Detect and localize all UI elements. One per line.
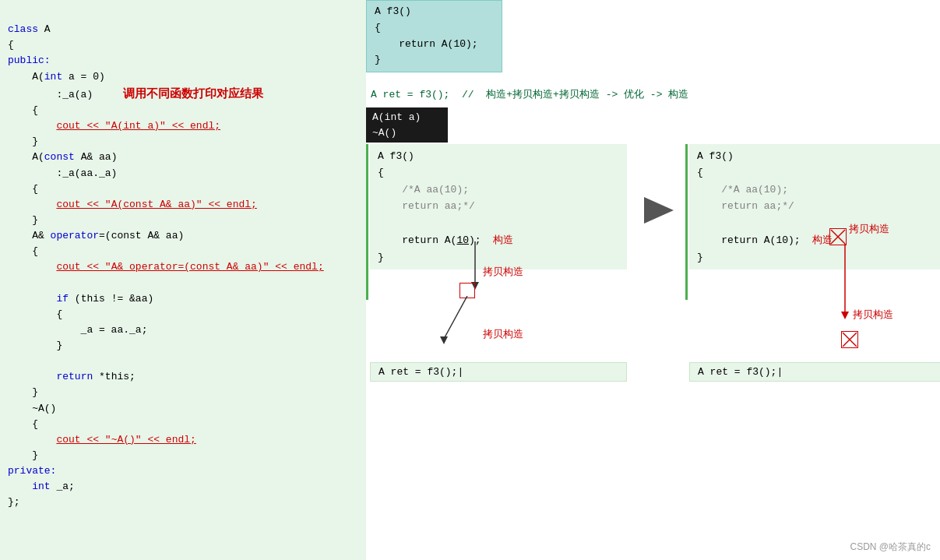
main-container: class A { public: A(int a = 0) :_a(a) 调用… — [0, 0, 940, 560]
rl1: A f3() — [697, 150, 734, 162]
svg-marker-4 — [644, 197, 674, 224]
ll6: } — [378, 252, 384, 263]
right-panel: A f3() { return A(10); } A ret = f3(); /… — [366, 0, 940, 560]
svg-marker-8 — [841, 312, 849, 319]
bottom-code-left: A ret = f3();| — [370, 362, 627, 382]
rl4: return aa;*/ — [697, 200, 794, 212]
bottom-code-right: A ret = f3();| — [689, 362, 940, 382]
terminal-box: A(int a) ~A() — [366, 107, 448, 143]
rl5: return A(10); — [697, 234, 801, 246]
kaobei2-left: 拷贝构造 — [483, 327, 523, 341]
private-keyword: private: — [8, 465, 56, 477]
left-panel: class A { public: A(int a = 0) :_a(a) 调用… — [0, 0, 366, 560]
x-mark-right — [829, 228, 847, 245]
aret-line: A ret = f3(); // 构造+拷贝构造+拷贝构造 -> 优化 -> 构… — [366, 86, 940, 103]
f3-box-line4: } — [375, 54, 381, 65]
kaobei2-right: 拷贝构造 — [853, 308, 893, 322]
f3-box-top: A f3() { return A(10); } — [366, 0, 502, 72]
f3-box-line1: A f3() — [375, 5, 411, 17]
terminal-line2: ~A() — [372, 125, 442, 141]
ll3: /*A aa(10); — [378, 184, 469, 195]
f3-box-line3: return A(10); — [375, 38, 478, 50]
cout-line-3: cout << "A& operator=(const A& aa)" << e… — [56, 261, 323, 273]
x-mark-right2 — [841, 331, 858, 348]
ll2: { — [378, 167, 384, 178]
diagram-left: A f3() { /*A aa(10); return aa;*/ return… — [366, 144, 643, 269]
annotation-label: 调用不同函数打印对应结果 — [123, 87, 263, 100]
class-keyword: class — [8, 23, 38, 35]
cout-line-2: cout << "A(const A& aa)" << endl; — [56, 199, 256, 210]
ll1: A f3() — [378, 150, 414, 162]
svg-marker-3 — [440, 336, 448, 344]
terminal-line1: A(int a) — [372, 110, 442, 125]
rl6: } — [697, 252, 703, 263]
left-bar — [366, 144, 368, 300]
watermark: CSDN @哈茶真的c — [850, 541, 931, 554]
arrow-between — [643, 191, 678, 230]
diagram-area: A f3() { /*A aa(10); return aa;*/ return… — [366, 144, 940, 560]
ll4: return aa;*/ — [378, 200, 475, 212]
public-keyword: public: — [8, 55, 51, 66]
rl3: /*A aa(10); — [697, 184, 788, 195]
diagram-right: A f3() { /*A aa(10); return aa;*/ return… — [685, 144, 940, 269]
kaobei1-right: 拷贝构造 — [849, 222, 889, 236]
arrow-svg-right1 — [841, 244, 903, 337]
rl2: { — [697, 167, 703, 178]
cout-line-4: cout << "~A()" << endl; — [56, 434, 195, 446]
kaobei1-left: 拷贝构造 — [483, 265, 523, 279]
ll5: return A(10); — [378, 234, 481, 246]
svg-line-2 — [444, 296, 467, 339]
aret-text: A ret = f3(); // 构造+拷贝构造+拷贝构造 -> 优化 -> 构… — [371, 89, 688, 100]
right-bar — [685, 144, 688, 300]
f3-box-line2: { — [375, 22, 381, 33]
class-code: class A { public: A(int a = 0) :_a(a) 调用… — [8, 6, 358, 527]
cout-line-1: cout << "A(int a)" << endl; — [56, 120, 220, 132]
